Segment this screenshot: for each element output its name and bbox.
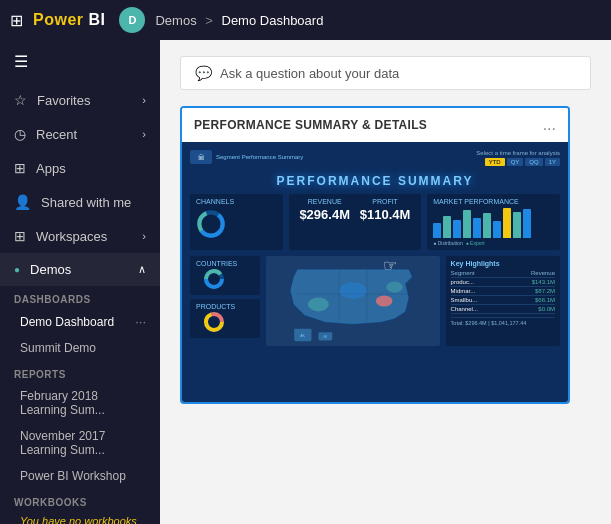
grid-icon[interactable]: ⊞ — [10, 11, 23, 30]
chevron-icon: › — [142, 230, 146, 242]
section-reports: REPORTS — [0, 361, 160, 383]
filter-ytd[interactable]: YTD — [485, 158, 505, 166]
table-row: Smallbu...$66.1M — [451, 296, 555, 305]
breadcrumb-workspace[interactable]: Demos — [155, 13, 196, 28]
dashboard-preview[interactable]: 🏛 Segment Performance Summary Select a t… — [182, 142, 568, 402]
sidebar-item-workspaces-label: Workspaces — [36, 229, 107, 244]
segment-panel: CHANNELS — [190, 194, 283, 250]
dashboard-item-label: Summit Demo — [20, 341, 96, 355]
revenue-profit-panel: REVENUE $296.4M PROFIT $110.4M — [289, 194, 422, 250]
sidebar-item-demos[interactable]: ● Demos ∧ — [0, 253, 160, 286]
section-dashboards: DASHBOARDS — [0, 286, 160, 308]
bar-9 — [513, 212, 521, 238]
map-table-row: COUNTRIES PRODUCTS — [190, 256, 560, 346]
mini-bar-chart — [433, 208, 554, 238]
svg-point-13 — [375, 295, 392, 306]
sidebar-item-apps[interactable]: ⊞ Apps — [0, 151, 160, 185]
svg-text:AK: AK — [300, 334, 305, 338]
table-row: Midmar...$87.2M — [451, 287, 555, 296]
svg-point-14 — [308, 298, 329, 312]
chevron-icon: › — [142, 94, 146, 106]
sidebar-sub-item-demo-dashboard[interactable]: Demo Dashboard ··· — [0, 308, 160, 335]
sidebar-item-favorites[interactable]: ☆ Favorites › — [0, 83, 160, 117]
legend-1: ● Distribution — [433, 240, 462, 246]
svg-point-16 — [386, 282, 403, 293]
chevron-down-icon: ∧ — [138, 263, 146, 276]
workspaces-icon: ⊞ — [14, 228, 26, 244]
topbar: ⊞ Power BI D Demos > Demo Dashboard — [0, 0, 611, 40]
revenue-value: $296.4M — [299, 207, 350, 222]
qa-bar[interactable]: 💬 Ask a question about your data — [180, 56, 591, 90]
bar-2 — [443, 216, 451, 238]
sidebar-sub-item-summit-demo[interactable]: Summit Demo — [0, 335, 160, 361]
bar-5 — [473, 218, 481, 238]
profit-value: $110.4M — [360, 207, 411, 222]
countries-panel: COUNTRIES — [190, 256, 260, 295]
highlights-table: Key Highlights SegmentRevenue produc...$… — [446, 256, 560, 346]
bar-7 — [493, 221, 501, 238]
favorites-icon: ☆ — [14, 92, 27, 108]
segment-label: Segment Performance Summary — [216, 154, 303, 160]
recent-icon: ◷ — [14, 126, 26, 142]
report-item-label: November 2017 Learning Sum... — [20, 429, 146, 457]
card-header: PERFORMANCE SUMMARY & DETAILS ... — [182, 108, 568, 142]
sidebar-sub-item-workshop-report[interactable]: Power BI Workshop — [0, 463, 160, 489]
sidebar: ☰ ☆ Favorites › ◷ Recent › ⊞ Apps 👤 Shar… — [0, 40, 160, 524]
breadcrumb-separator: > — [205, 13, 213, 28]
section-workbooks: WORKBOOKS — [0, 489, 160, 511]
analysis-label: Select a time frame for analysis — [476, 150, 560, 156]
report-item-label: February 2018 Learning Sum... — [20, 389, 146, 417]
svg-text:HI: HI — [323, 335, 326, 339]
shared-icon: 👤 — [14, 194, 31, 210]
table-row: produc...$143.1M — [451, 278, 555, 287]
breadcrumb-current: Demo Dashboard — [222, 13, 324, 28]
item-dots[interactable]: ··· — [135, 314, 146, 329]
bar-6 — [483, 213, 491, 238]
sidebar-sub-item-nov-report[interactable]: November 2017 Learning Sum... — [0, 423, 160, 463]
filter-buttons: YTD QY QQ 1Y — [476, 158, 560, 166]
sidebar-item-workspaces[interactable]: ⊞ Workspaces › — [0, 219, 160, 253]
bar-10 — [523, 209, 531, 238]
layout: ☰ ☆ Favorites › ◷ Recent › ⊞ Apps 👤 Shar… — [0, 40, 611, 524]
legend-2: ● Export — [466, 240, 485, 246]
filter-1y[interactable]: 1Y — [545, 158, 560, 166]
sidebar-item-apps-label: Apps — [36, 161, 66, 176]
sidebar-item-shared-label: Shared with me — [41, 195, 131, 210]
bar-8 — [503, 208, 511, 238]
bar-3 — [453, 220, 461, 238]
table-row: SegmentRevenue — [451, 269, 555, 278]
table-row: Channel...$0.0M — [451, 305, 555, 314]
avatar[interactable]: D — [119, 7, 145, 33]
filter-qy[interactable]: QY — [507, 158, 524, 166]
bar-1 — [433, 223, 441, 238]
metrics-row: CHANNELS REVENUE $296.4M — [190, 194, 560, 250]
sidebar-item-demos-label: Demos — [30, 262, 71, 277]
card-options[interactable]: ... — [543, 116, 556, 134]
main-content: 💬 Ask a question about your data PERFORM… — [160, 40, 611, 524]
dashboard-card: PERFORMANCE SUMMARY & DETAILS ... 🏛 Segm… — [180, 106, 570, 404]
app-logo: Power BI — [33, 11, 105, 29]
demos-icon: ● — [14, 264, 20, 275]
bar-4 — [463, 210, 471, 238]
sidebar-item-shared[interactable]: 👤 Shared with me — [0, 185, 160, 219]
sidebar-sub-item-feb-report[interactable]: February 2018 Learning Sum... — [0, 383, 160, 423]
qa-icon: 💬 — [195, 65, 212, 81]
dashboard-item-label: Demo Dashboard — [20, 315, 114, 329]
report-item-label: Power BI Workshop — [20, 469, 126, 483]
sidebar-item-recent[interactable]: ◷ Recent › — [0, 117, 160, 151]
products-panel: PRODUCTS — [190, 299, 260, 338]
us-map-svg: AK HI — [266, 256, 440, 346]
filter-qq[interactable]: QQ — [525, 158, 542, 166]
hamburger-icon[interactable]: ☰ — [0, 40, 160, 83]
workbooks-empty-label: You have no workbooks — [0, 511, 160, 524]
us-map: AK HI ☞ — [266, 256, 440, 346]
breadcrumb: Demos > Demo Dashboard — [155, 13, 323, 28]
apps-icon: ⊞ — [14, 160, 26, 176]
chevron-icon: › — [142, 128, 146, 140]
qa-placeholder: Ask a question about your data — [220, 66, 399, 81]
bar-chart-panel: Market Performance — [427, 194, 560, 250]
preview-main-title: PERFORMANCE SUMMARY — [190, 174, 560, 188]
sidebar-item-recent-label: Recent — [36, 127, 77, 142]
table-title: Key Highlights — [451, 260, 555, 267]
sidebar-item-favorites-label: Favorites — [37, 93, 90, 108]
